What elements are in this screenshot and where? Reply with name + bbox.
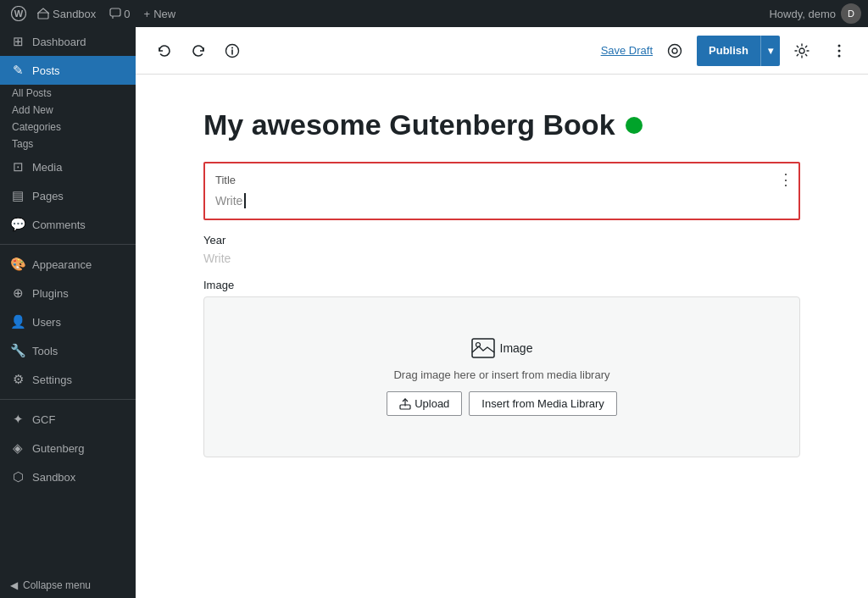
image-drag-text: Drag image here or insert from media lib… bbox=[393, 368, 609, 381]
admin-bar: W Sandbox 0 + New Howdy, demo D bbox=[0, 0, 868, 27]
insert-label: Insert from Media Library bbox=[481, 397, 604, 410]
post-title-text: My awesome Gutenberg Book bbox=[203, 108, 615, 141]
media-icon: ⊡ bbox=[10, 159, 25, 174]
insert-media-button[interactable]: Insert from Media Library bbox=[469, 391, 617, 416]
undo-icon bbox=[157, 43, 172, 58]
title-placeholder: Write bbox=[215, 194, 242, 208]
avatar: D bbox=[841, 3, 861, 24]
publish-button[interactable]: Publish ▾ bbox=[697, 36, 780, 66]
upload-icon bbox=[399, 398, 411, 410]
undo-button[interactable] bbox=[149, 36, 180, 66]
collapse-arrow-icon: ◀ bbox=[10, 579, 18, 591]
upload-button[interactable]: Upload bbox=[387, 391, 462, 416]
sidebar-gcf-label: GCF bbox=[32, 413, 55, 426]
home-icon bbox=[37, 8, 49, 19]
sidebar-plugins-label: Plugins bbox=[32, 287, 69, 300]
sidebar-item-pages[interactable]: ▤ Pages bbox=[0, 181, 136, 210]
sidebar-media-label: Media bbox=[32, 161, 62, 174]
sidebar-item-posts[interactable]: ✎ Posts bbox=[0, 56, 136, 85]
gcf-icon: ✦ bbox=[10, 412, 25, 427]
site-name-item[interactable]: Sandbox bbox=[31, 0, 103, 27]
sidebar-item-tags[interactable]: Tags bbox=[0, 136, 136, 152]
sidebar-item-dashboard[interactable]: ⊞ Dashboard bbox=[0, 27, 136, 56]
all-posts-label: All Posts bbox=[12, 87, 52, 99]
image-placeholder-icon bbox=[471, 338, 495, 358]
posts-submenu-arrow bbox=[131, 65, 136, 75]
sidebar-item-categories[interactable]: Categories bbox=[0, 119, 136, 136]
sidebar-sandbox-label: Sandbox bbox=[32, 471, 75, 484]
preview-icon bbox=[666, 42, 683, 59]
svg-point-9 bbox=[672, 48, 677, 53]
add-new-label: Add New bbox=[12, 104, 53, 116]
site-name-label: Sandbox bbox=[53, 8, 96, 20]
main-layout: ⊞ Dashboard ✎ Posts All Posts Add New Ca… bbox=[0, 27, 868, 598]
title-block-input[interactable]: Write bbox=[215, 193, 788, 208]
sidebar-item-media[interactable]: ⊡ Media bbox=[0, 152, 136, 181]
redo-button[interactable] bbox=[183, 36, 214, 66]
gutenberg-icon: ◈ bbox=[10, 440, 25, 456]
tools-icon: 🔧 bbox=[10, 343, 25, 358]
sidebar-item-users[interactable]: 👤 Users bbox=[0, 307, 136, 336]
svg-point-15 bbox=[476, 343, 480, 347]
new-content-item[interactable]: + New bbox=[137, 0, 183, 27]
gear-icon bbox=[793, 42, 810, 59]
preview-button[interactable] bbox=[659, 36, 690, 66]
sidebar-users-label: Users bbox=[32, 316, 61, 329]
cursor-caret bbox=[244, 193, 246, 208]
comment-count: 0 bbox=[124, 8, 130, 20]
wp-logo-icon[interactable]: W bbox=[7, 0, 31, 27]
svg-rect-14 bbox=[472, 339, 494, 357]
year-input[interactable]: Write bbox=[203, 252, 800, 265]
info-icon bbox=[225, 43, 240, 58]
image-upload-area[interactable]: Image Drag image here or insert from med… bbox=[203, 296, 800, 457]
appearance-icon: 🎨 bbox=[10, 257, 25, 272]
collapse-menu-item[interactable]: ◀ Collapse menu bbox=[0, 573, 136, 598]
sidebar-settings-label: Settings bbox=[32, 374, 72, 386]
editor-toolbar: Save Draft Publish ▾ bbox=[136, 27, 868, 75]
sidebar-gutenberg-label: Gutenberg bbox=[32, 442, 84, 455]
editor-area: Save Draft Publish ▾ My awesome Guten bbox=[136, 27, 868, 598]
collapse-label: Collapse menu bbox=[23, 579, 91, 591]
more-options-button[interactable] bbox=[824, 36, 854, 66]
title-block-wrapper: Title Write ⋮ bbox=[203, 162, 800, 220]
settings-sidebar-icon: ⚙ bbox=[10, 372, 25, 387]
svg-point-13 bbox=[838, 54, 841, 57]
toolbar-right: Save Draft Publish ▾ bbox=[601, 36, 854, 66]
image-icon-wrapper: Image bbox=[471, 338, 533, 358]
publish-label: Publish bbox=[697, 36, 760, 66]
sidebar-item-gutenberg[interactable]: ◈ Gutenberg bbox=[0, 434, 136, 462]
year-label: Year bbox=[203, 234, 800, 246]
year-block: Year Write bbox=[203, 234, 800, 265]
sidebar-item-sandbox[interactable]: ⬡ Sandbox bbox=[0, 462, 136, 491]
svg-point-10 bbox=[799, 48, 804, 53]
categories-label: Categories bbox=[12, 121, 61, 133]
publish-arrow-icon[interactable]: ▾ bbox=[760, 36, 780, 66]
sidebar-appearance-label: Appearance bbox=[32, 258, 92, 271]
sidebar-item-settings[interactable]: ⚙ Settings bbox=[0, 365, 136, 394]
image-block: Image Image Drag image here or insert fr… bbox=[203, 279, 800, 457]
svg-point-8 bbox=[669, 44, 682, 57]
new-label: New bbox=[153, 8, 175, 20]
sidebar-item-plugins[interactable]: ⊕ Plugins bbox=[0, 279, 136, 307]
sidebar: ⊞ Dashboard ✎ Posts All Posts Add New Ca… bbox=[0, 27, 136, 598]
redo-icon bbox=[191, 43, 206, 58]
plus-icon: + bbox=[144, 8, 151, 20]
svg-rect-2 bbox=[38, 13, 48, 19]
sidebar-item-comments[interactable]: 💬 Comments bbox=[0, 210, 136, 239]
comments-item[interactable]: 0 bbox=[103, 8, 136, 20]
block-options-button[interactable]: ⋮ bbox=[778, 172, 793, 187]
sidebar-item-appearance[interactable]: 🎨 Appearance bbox=[0, 250, 136, 279]
publish-status-dot bbox=[626, 117, 643, 134]
svg-point-7 bbox=[231, 47, 233, 48]
sidebar-item-tools[interactable]: 🔧 Tools bbox=[0, 336, 136, 365]
title-block[interactable]: Title Write ⋮ bbox=[203, 162, 800, 220]
editor-settings-button[interactable] bbox=[787, 36, 817, 66]
save-draft-button[interactable]: Save Draft bbox=[601, 44, 653, 57]
sidebar-item-gcf[interactable]: ✦ GCF bbox=[0, 405, 136, 434]
image-buttons: Upload Insert from Media Library bbox=[387, 391, 617, 416]
users-icon: 👤 bbox=[10, 314, 25, 329]
info-button[interactable] bbox=[217, 36, 248, 66]
sidebar-item-add-new[interactable]: Add New bbox=[0, 102, 136, 119]
howdy-item[interactable]: Howdy, demo D bbox=[769, 3, 861, 24]
sidebar-item-all-posts[interactable]: All Posts bbox=[0, 85, 136, 102]
